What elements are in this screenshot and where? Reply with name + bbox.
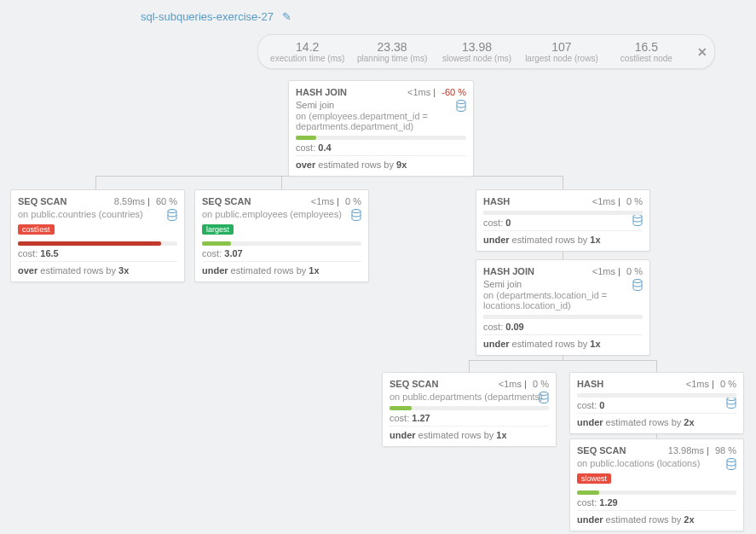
metrics-bar: 14.2 execution time (ms) 23.38 planning … <box>257 34 715 69</box>
connector <box>469 360 656 361</box>
metric-costliest: 16.5 costliest node <box>604 40 689 63</box>
node-seq-scan-departments[interactable]: SEQ SCAN<1ms | 0 % on public.departments… <box>382 372 557 447</box>
database-icon <box>726 458 736 470</box>
database-icon <box>632 279 643 291</box>
close-icon[interactable]: ✕ <box>697 45 707 59</box>
database-icon <box>539 392 549 403</box>
connector <box>281 176 282 189</box>
database-icon <box>456 100 466 112</box>
metric-planning: 23.38 planning time (ms) <box>349 40 434 63</box>
node-hash-join-2[interactable]: HASH JOIN<1ms | 0 % Semi join on (depart… <box>476 259 650 356</box>
badge-largest: largest <box>202 224 234 235</box>
node-seq-scan-countries[interactable]: SEQ SCAN8.59ms | 60 % on public.countrie… <box>10 189 185 282</box>
node-hash-2[interactable]: HASH<1ms | 0 % cost: 0 under estimated r… <box>569 372 744 434</box>
node-seq-scan-locations[interactable]: SEQ SCAN13.98ms | 98 % on public.locatio… <box>569 438 744 531</box>
edit-icon[interactable]: ✎ <box>282 10 291 23</box>
metric-slowest: 13.98 slowest node (ms) <box>435 40 519 63</box>
title-text: sql-subqueries-exercise-27 <box>141 10 274 23</box>
database-icon <box>351 209 361 221</box>
connector <box>95 176 96 189</box>
node-hash-join-root[interactable]: HASH JOIN<1ms | -60 % Semi join on (empl… <box>288 80 474 177</box>
database-icon <box>167 209 177 221</box>
node-seq-scan-employees[interactable]: SEQ SCAN<1ms | 0 % on public.employees (… <box>194 189 369 282</box>
connector <box>656 360 657 372</box>
badge-costliest: costliest <box>18 224 55 235</box>
database-icon <box>632 214 643 226</box>
connector <box>563 176 563 189</box>
badge-slowest: slowest <box>577 473 611 484</box>
metric-execution: 14.2 execution time (ms) <box>265 40 349 63</box>
plan-title: sql-subqueries-exercise-27 ✎ <box>141 10 291 23</box>
node-hash-1[interactable]: HASH<1ms | 0 % cost: 0 under estimated r… <box>476 189 650 252</box>
metric-largest: 107 largest node (rows) <box>519 40 603 63</box>
connector <box>469 360 470 372</box>
database-icon <box>726 397 736 409</box>
